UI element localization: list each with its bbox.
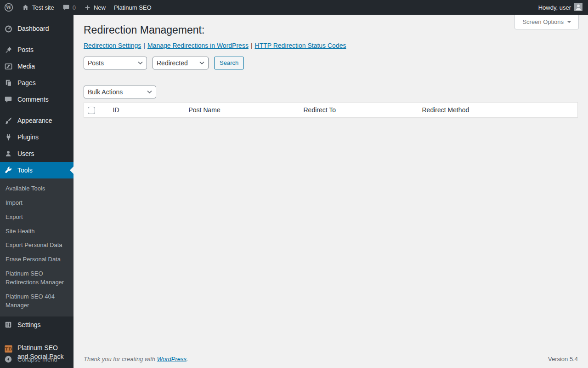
site-name-label: Test site xyxy=(32,4,54,11)
pushpin-icon xyxy=(4,45,13,54)
link-http-status-codes[interactable]: HTTP Redirection Status Codes xyxy=(255,42,346,49)
chevron-down-icon xyxy=(567,21,571,25)
comment-bubble-icon xyxy=(62,4,70,11)
submenu-item-erase-personal-data[interactable]: Erase Personal Data xyxy=(0,253,74,267)
appearance-brush-icon xyxy=(4,116,13,125)
sidebar-item-label: Dashboard xyxy=(17,24,49,33)
wrench-icon xyxy=(4,166,13,175)
home-icon xyxy=(22,4,29,12)
post-type-select[interactable]: Posts xyxy=(84,57,147,69)
sidebar-item-settings[interactable]: Settings xyxy=(0,316,74,333)
link-redirection-settings[interactable]: Redirection Settings xyxy=(84,42,141,49)
redirect-status-select[interactable]: Redirected xyxy=(153,57,209,69)
sidebar-item-appearance[interactable]: Appearance xyxy=(0,112,74,129)
submenu-item-export-personal-data[interactable]: Export Personal Data xyxy=(0,238,74,253)
sidebar-item-plugins[interactable]: Plugins xyxy=(0,129,74,145)
new-content-menu[interactable]: New xyxy=(80,0,110,15)
sidebar-item-label: Plugins xyxy=(17,133,39,141)
search-button[interactable]: Search xyxy=(214,57,244,69)
bulk-actions-row: Bulk Actions xyxy=(84,86,588,98)
link-separator: | xyxy=(143,42,145,49)
sidebar-item-comments[interactable]: Comments xyxy=(0,91,74,108)
submenu-item-platinum-seo-404-manager[interactable]: Platinum SEO 404 Manager xyxy=(0,290,74,313)
howdy-label: Howdy, user xyxy=(538,4,571,11)
sidebar-item-posts[interactable]: Posts xyxy=(0,41,74,58)
collapse-menu-button[interactable]: Collapse menu xyxy=(0,351,74,368)
user-avatar xyxy=(574,3,582,12)
submenu-item-import[interactable]: Import xyxy=(0,196,74,210)
bulk-actions-select[interactable]: Bulk Actions xyxy=(84,86,156,98)
column-header-redirect-method: Redirect Method xyxy=(418,102,578,117)
redirections-table: ID Post Name Redirect To Redirect Method xyxy=(84,102,578,118)
sidebar-item-tools[interactable]: Tools xyxy=(0,162,74,178)
main-content: Screen Options Redirection Management: R… xyxy=(74,15,588,368)
screen-options-label: Screen Options xyxy=(522,18,564,25)
submenu-item-export[interactable]: Export xyxy=(0,210,74,224)
sidebar-item-label: Appearance xyxy=(17,116,52,125)
sidebar-item-label: Media xyxy=(17,62,35,70)
svg-text:W: W xyxy=(6,5,11,10)
footer-period: . xyxy=(187,356,188,362)
platinum-seo-label: Platinum SEO xyxy=(114,4,152,11)
wordpress-footer-link[interactable]: WordPress xyxy=(157,356,187,362)
tools-submenu: Available Tools Import Export Site Healt… xyxy=(0,178,74,316)
column-header-redirect-to: Redirect To xyxy=(300,102,418,117)
select-all-checkbox[interactable] xyxy=(88,107,95,114)
settings-sliders-icon xyxy=(4,320,13,329)
table-header-row: ID Post Name Redirect To Redirect Method xyxy=(84,102,578,117)
user-icon xyxy=(4,149,13,158)
footer-thanks-prefix: Thank you for creating with xyxy=(84,356,155,362)
collapse-menu-label: Collapse menu xyxy=(17,356,57,363)
column-header-post-name: Post Name xyxy=(185,102,300,117)
admin-footer: Thank you for creating with WordPress. V… xyxy=(74,351,588,368)
sidebar-item-users[interactable]: Users xyxy=(0,145,74,162)
plugin-icon xyxy=(4,132,13,142)
screen-options-tab[interactable]: Screen Options xyxy=(514,15,579,29)
site-name-menu[interactable]: Test site xyxy=(17,0,58,15)
comment-icon xyxy=(4,95,13,104)
sidebar-item-label: Pages xyxy=(17,79,36,87)
sidebar-item-label: Settings xyxy=(17,321,41,329)
admin-bar: W Test site 0 New Platinum SEO Howdy, us… xyxy=(0,0,588,15)
wordpress-logo-icon: W xyxy=(4,3,13,12)
media-icon xyxy=(4,62,13,71)
page-title: Redirection Management: xyxy=(84,23,588,37)
filter-row: Posts Redirected Search xyxy=(84,57,588,69)
sidebar-item-media[interactable]: Media xyxy=(0,58,74,75)
menu-separator xyxy=(0,333,74,340)
footer-version: Version 5.4 xyxy=(548,356,578,362)
submenu-item-available-tools[interactable]: Available Tools xyxy=(0,182,74,196)
comments-menu[interactable]: 0 xyxy=(58,0,80,15)
sidebar-item-label: Posts xyxy=(17,46,34,54)
sidebar-item-label: Tools xyxy=(17,166,33,174)
menu-separator xyxy=(0,37,74,41)
sidebar-item-label: Users xyxy=(17,150,34,158)
column-header-id: ID xyxy=(109,102,185,117)
wp-logo-menu[interactable]: W xyxy=(0,0,17,15)
platinum-seo-menu[interactable]: Platinum SEO xyxy=(110,0,156,15)
sidebar-item-dashboard[interactable]: Dashboard xyxy=(0,20,74,37)
dashboard-icon xyxy=(4,24,13,33)
collapse-arrow-icon xyxy=(4,355,13,364)
my-account-menu[interactable]: Howdy, user xyxy=(533,0,588,15)
link-manage-redirections[interactable]: Manage Redirections in WordPress xyxy=(147,42,249,49)
pages-icon xyxy=(4,78,13,87)
submenu-item-site-health[interactable]: Site Health xyxy=(0,224,74,239)
sidebar-item-pages[interactable]: Pages xyxy=(0,75,74,91)
admin-sidebar: Dashboard Posts Media Pages Comments xyxy=(0,15,74,368)
footer-thanks-text: Thank you for creating with WordPress. xyxy=(84,356,188,362)
sidebar-item-label: Comments xyxy=(17,95,49,104)
comment-count: 0 xyxy=(73,4,76,11)
plus-icon xyxy=(84,4,91,11)
new-label: New xyxy=(94,4,106,11)
link-separator: | xyxy=(251,42,253,49)
menu-separator xyxy=(0,108,74,112)
help-links-row: Redirection Settings|Manage Redirections… xyxy=(84,42,588,49)
submenu-item-platinum-seo-redirections-manager[interactable]: Platinum SEO Redirections Manager xyxy=(0,267,74,290)
